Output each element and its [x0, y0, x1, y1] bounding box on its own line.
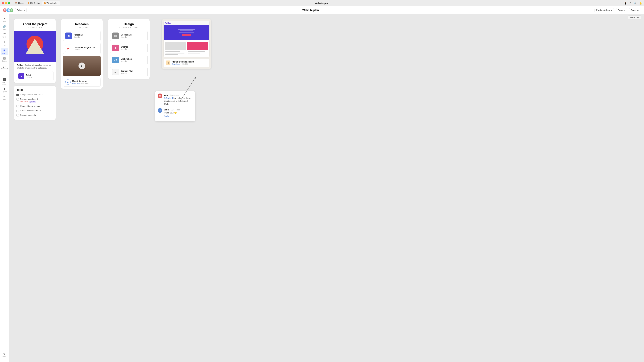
- sidebar-item-comment[interactable]: 💬 Comment: [1, 63, 8, 71]
- sidebar-item-todo[interactable]: ☰ To-do: [1, 32, 8, 39]
- sketch-right-col: [187, 42, 208, 56]
- video-thumbnail[interactable]: ▶: [63, 56, 100, 76]
- comment-message-sonia: Thank you! 😊: [164, 112, 177, 114]
- close-button[interactable]: [2, 2, 4, 4]
- window-title: Website plan: [315, 2, 329, 4]
- sidebar-label-trash: Trash: [2, 356, 6, 358]
- editors-button[interactable]: Editors ▾: [15, 8, 27, 12]
- moodboard-item[interactable]: Moodboard 0 cards: [110, 31, 148, 41]
- zoom-button[interactable]: Zoom out: [629, 8, 641, 12]
- sidebar-item-link[interactable]: 🔗 Link: [1, 24, 8, 31]
- notification-icon[interactable]: 🔔: [639, 2, 642, 4]
- upload-icon: ⬆: [3, 87, 6, 91]
- brief-card-item[interactable]: ≡ Brief 0 cards: [16, 71, 54, 81]
- reply-button[interactable]: Reply: [164, 115, 180, 117]
- contentplan-count: 0 words: [120, 72, 133, 74]
- browser-bar: ArtHub: [164, 21, 209, 25]
- sketch-download: Download - 401 KB: [172, 63, 194, 65]
- interview-download: Download - 16.9 MB: [72, 82, 89, 84]
- moodboard-icon: [112, 32, 119, 39]
- publish-share-button[interactable]: Publish & share ▾: [594, 8, 614, 12]
- sketch-size: - 401 KB: [180, 63, 188, 65]
- todo-checkbox-0[interactable]: [16, 94, 19, 96]
- personas-name: Personas: [74, 34, 83, 36]
- sidebar-item-more[interactable]: ···: [1, 71, 8, 76]
- design-card: Design 3 boards, 1 document Moo: [108, 19, 150, 79]
- sidebar-item-addimage[interactable]: 🖼 Add image: [1, 77, 8, 86]
- todo-item-2: Request brand images: [16, 104, 53, 108]
- tab-websiteplan[interactable]: Website plan: [42, 1, 60, 5]
- pdf-item[interactable]: pdf Customer Insights.pdf 188 KB: [63, 43, 100, 54]
- sidebar-item-upload[interactable]: ⬆ Upload: [1, 86, 8, 94]
- dot-2: [186, 41, 186, 41]
- hero-triangle: [26, 39, 44, 54]
- svg-point-2: [69, 35, 70, 36]
- comment-body-sonia: Sonia 1 week ago Thank you! 😊 Reply: [164, 108, 180, 117]
- about-card-title: About the project: [18, 22, 52, 26]
- sketch-download-link[interactable]: Download: [172, 63, 180, 65]
- pdf-size: 188 KB: [74, 49, 95, 51]
- personas-item[interactable]: Personas 0 cards: [63, 31, 100, 41]
- sidebar-item-line[interactable]: / Line: [1, 39, 8, 47]
- todo-text-4: Present concepts: [20, 114, 36, 116]
- sidebar-item-trash[interactable]: 🗑 Trash: [1, 352, 8, 359]
- svg-rect-4: [114, 35, 116, 36]
- interview-text: User interviews Download - 16.9 MB: [72, 80, 89, 84]
- research-subtitle: 1 board, 2 files: [64, 26, 99, 29]
- personas-text: Personas 0 cards: [74, 34, 83, 38]
- todo-item-3: Create website content: [16, 108, 53, 113]
- chevron-down-icon-3: ▾: [624, 9, 625, 11]
- interview-play-button[interactable]: ▶: [65, 79, 70, 85]
- todo-icon: ☰: [3, 33, 6, 36]
- todo-item-1-content: Present Moodboard Due 3 Mar @Marc: [20, 98, 38, 103]
- tab-home[interactable]: 🏠 Home: [13, 1, 26, 5]
- export-button[interactable]: Export ▾: [616, 8, 627, 12]
- todo-title: To do: [14, 86, 56, 92]
- comment-row-1: M Marc 1 week ago @Sonia J I've uploaded…: [158, 93, 192, 105]
- sidebar-item-note[interactable]: ≡ Note: [1, 16, 8, 23]
- todo-text-1: Present Moodboard: [20, 98, 38, 100]
- avatar-user3: J: [10, 8, 14, 12]
- todo-checkbox-3[interactable]: [16, 110, 19, 112]
- traffic-lights: [2, 2, 10, 4]
- device-icon[interactable]: 📱: [624, 2, 627, 4]
- todo-text-2: Request brand images: [20, 105, 40, 107]
- sitemap-text: Sitemap 0 cards: [120, 46, 128, 50]
- minimize-button[interactable]: [5, 2, 7, 4]
- addimage-icon: 🖼: [3, 78, 6, 81]
- interview-download-link[interactable]: Download: [72, 82, 80, 84]
- trash-icon: 🗑: [3, 353, 6, 356]
- maximize-button[interactable]: [8, 2, 10, 4]
- about-description: ArtHub—Original artworks from upcoming a…: [14, 62, 56, 71]
- comment-row-2: S Sonia 1 week ago Thank you! 😊 Reply: [158, 108, 192, 117]
- sidebar-item-board[interactable]: ⊞ Board: [1, 48, 8, 55]
- sitemap-item[interactable]: Sitemap 0 cards: [110, 43, 148, 53]
- todo-meta-1: Due 3 Mar @Marc: [20, 101, 38, 103]
- todo-checkbox-4[interactable]: [16, 114, 19, 116]
- tab-uxdesign[interactable]: UX Design: [26, 1, 42, 5]
- sidebar-label-note: Note: [3, 20, 6, 22]
- sidebar-label-draw: Draw: [3, 99, 6, 100]
- uisketches-item[interactable]: UI sketches 0 cards: [110, 55, 148, 65]
- about-project-card: About the project 1 board, 1 card ArtHub…: [14, 19, 56, 83]
- brief-text: Brief 0 cards: [26, 74, 32, 78]
- uisketches-count: 0 cards: [120, 60, 132, 62]
- contentplan-item[interactable]: Content Plan 0 words: [110, 67, 148, 77]
- sketch-text-lines: [165, 50, 186, 56]
- video-play-button[interactable]: ▶: [78, 62, 85, 69]
- link-icon: 🔗: [3, 25, 6, 28]
- sidebar-item-draw[interactable]: ✏ Draw: [1, 94, 8, 102]
- comment-text-marc: @Sonia J I've uploaded these brand asset…: [164, 97, 192, 105]
- sketch-filename: ArtHub Designs.sketch: [172, 61, 194, 63]
- sidebar-item-column[interactable]: ▤ Column: [1, 56, 8, 63]
- note-icon: ≡: [4, 17, 5, 20]
- tab-websiteplan-label: Website plan: [46, 2, 58, 4]
- titlebar: 🏠 Home UX Design Website plan Website pl…: [0, 0, 644, 6]
- sketch-file-info: ArtHub Designs.sketch Download - 401 KB: [172, 61, 194, 65]
- research-title: Research: [64, 22, 99, 26]
- todo-checkbox-2[interactable]: [16, 105, 19, 107]
- todo-checkbox-1[interactable]: [16, 98, 19, 100]
- help-icon[interactable]: ?: [630, 2, 631, 4]
- search-icon[interactable]: 🔍: [634, 2, 636, 4]
- todo-item-1: Present Moodboard Due 3 Mar @Marc: [16, 97, 53, 104]
